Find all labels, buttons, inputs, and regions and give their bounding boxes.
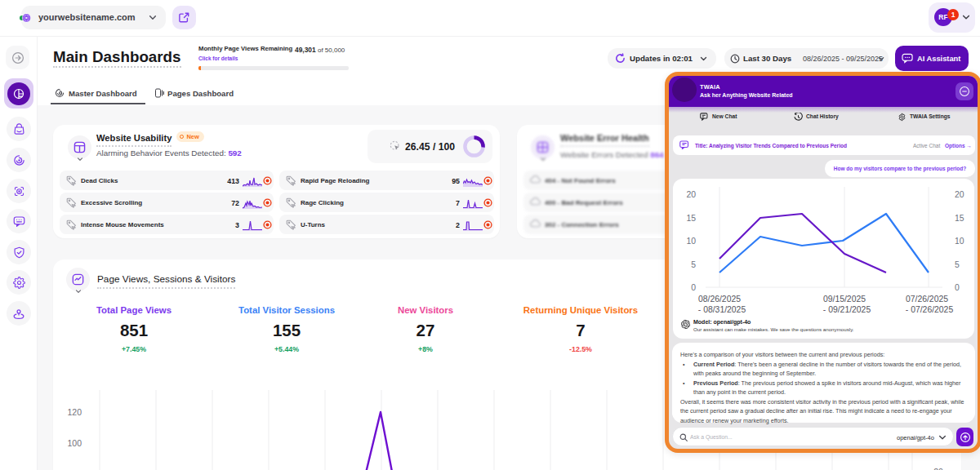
svg-text:15: 15 bbox=[686, 214, 696, 223]
svg-text:100: 100 bbox=[67, 438, 82, 448]
svg-text:15: 15 bbox=[955, 214, 964, 223]
svg-text:10: 10 bbox=[686, 237, 696, 246]
svg-text:20: 20 bbox=[955, 190, 964, 199]
svg-text:20: 20 bbox=[686, 190, 696, 199]
svg-text:- 07/26/2025: - 07/26/2025 bbox=[906, 305, 954, 314]
svg-text:5: 5 bbox=[955, 260, 960, 269]
svg-text:120: 120 bbox=[67, 407, 82, 417]
svg-text:09/15/2025: 09/15/2025 bbox=[823, 295, 866, 304]
svg-text:10: 10 bbox=[955, 237, 964, 246]
svg-text:0: 0 bbox=[691, 283, 696, 292]
svg-text:08/26/2025: 08/26/2025 bbox=[698, 295, 741, 304]
svg-text:07/26/2025: 07/26/2025 bbox=[906, 295, 948, 304]
svg-text:5: 5 bbox=[691, 260, 696, 269]
svg-text:- 09/21/2025: - 09/21/2025 bbox=[823, 305, 871, 314]
svg-text:0: 0 bbox=[955, 283, 960, 292]
svg-text:- 08/31/2025: - 08/31/2025 bbox=[698, 305, 746, 314]
svg-text:20: 20 bbox=[933, 467, 943, 470]
